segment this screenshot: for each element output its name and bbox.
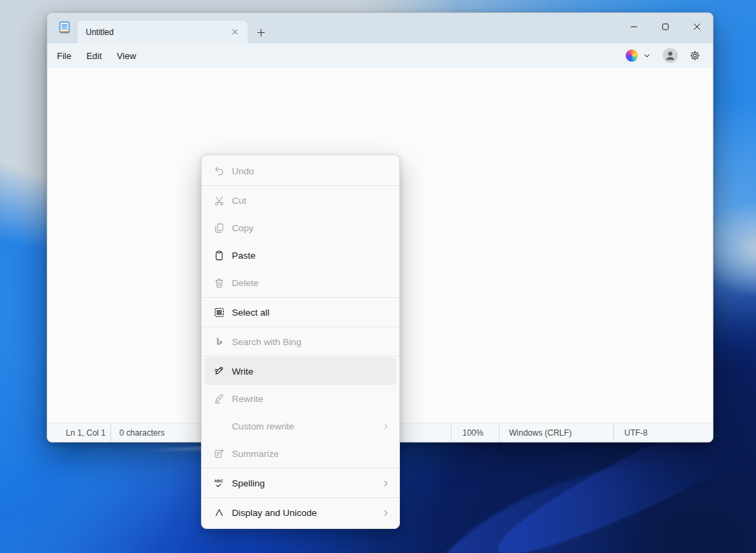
title-bar: Untitled: [47, 13, 713, 43]
zoom-level[interactable]: 100%: [451, 423, 499, 442]
minimize-button[interactable]: [618, 13, 650, 40]
menu-separator: [202, 468, 399, 469]
paste-icon: [213, 250, 225, 261]
status-bar-right: 100% Windows (CRLF) UTF-8: [451, 423, 713, 442]
copilot-button[interactable]: [620, 47, 657, 64]
bing-icon: [213, 336, 225, 348]
copilot-icon: [626, 49, 638, 62]
maximize-button[interactable]: [650, 13, 681, 40]
tab-title: Untitled: [86, 27, 227, 37]
status-bar-left: Ln 1, Col 1 0 characters: [47, 423, 165, 442]
menu-item-copy: Copy: [202, 214, 399, 242]
menu-separator: [202, 497, 399, 498]
spelling-icon: ABC: [213, 478, 225, 489]
menu-item-label: Cut: [232, 196, 391, 206]
delete-icon: [213, 277, 225, 289]
menu-item-label: Copy: [232, 223, 391, 233]
menu-bar-right: [620, 45, 706, 67]
context-menu: UndoCutCopyPasteDeleteSelect allSearch w…: [201, 154, 400, 529]
menubar-item-edit[interactable]: Edit: [80, 47, 108, 64]
display-unicode-icon: [213, 507, 225, 519]
menu-item-paste[interactable]: Paste: [202, 242, 399, 269]
menu-item-display-and-unicode[interactable]: Display and Unicode: [202, 499, 399, 526]
chevron-right-icon: [381, 508, 391, 518]
menu-item-label: Summarize: [232, 449, 391, 459]
copy-icon: [213, 222, 225, 234]
menu-item-label: Rewrite: [232, 394, 391, 404]
menu-item-summarize: Summarize: [202, 440, 399, 467]
menu-bar-items: FileEditView: [49, 47, 143, 64]
notepad-app-icon: [58, 21, 71, 34]
menu-separator: [202, 356, 399, 357]
undo-icon: [213, 165, 225, 177]
account-icon: [662, 47, 678, 64]
menu-item-rewrite: Rewrite: [202, 385, 399, 412]
line-ending[interactable]: Windows (CRLF): [499, 423, 613, 442]
close-button[interactable]: [681, 13, 713, 40]
character-count: 0 characters: [110, 423, 165, 442]
menu-item-label: Search with Bing: [232, 337, 391, 347]
svg-text:ABC: ABC: [214, 478, 224, 483]
desktop: { "window": { "tab": { "title": "Untitle…: [0, 0, 756, 553]
select-all-icon: [213, 307, 225, 318]
new-tab-plus-icon[interactable]: [253, 25, 268, 40]
menubar-item-view[interactable]: View: [110, 47, 142, 64]
gear-icon: [689, 49, 701, 62]
menu-separator: [202, 297, 399, 298]
cursor-position: Ln 1, Col 1: [66, 423, 110, 442]
encoding[interactable]: UTF-8: [613, 423, 713, 442]
menu-item-label: Custom rewrite: [232, 421, 381, 432]
cut-icon: [213, 195, 225, 207]
chevron-right-icon: [381, 478, 391, 489]
menu-item-label: Spelling: [232, 478, 381, 489]
menubar-item-label: View: [117, 51, 136, 61]
account-button[interactable]: [661, 46, 680, 65]
menu-item-cut: Cut: [202, 187, 399, 214]
menu-item-label: Write: [232, 366, 388, 377]
menu-item-write[interactable]: Write: [204, 357, 397, 385]
menu-bar: FileEditView: [47, 43, 713, 68]
menu-item-search-with-bing: Search with Bing: [202, 328, 399, 355]
rewrite-icon: [213, 393, 225, 405]
menu-item-label: Undo: [232, 166, 391, 176]
menu-item-label: Select all: [232, 307, 391, 318]
menubar-item-label: Edit: [86, 51, 102, 61]
menubar-item-label: File: [57, 51, 71, 61]
menubar-item-file[interactable]: File: [51, 47, 78, 64]
menu-item-label: Paste: [232, 250, 391, 261]
no-icon: [213, 421, 225, 432]
summarize-icon: [213, 448, 225, 460]
menu-item-undo: Undo: [202, 157, 399, 185]
menu-item-label: Display and Unicode: [232, 508, 381, 518]
menu-separator: [202, 327, 399, 327]
settings-button[interactable]: [684, 45, 706, 67]
chevron-down-icon: [643, 51, 651, 60]
menu-separator: [202, 185, 399, 186]
menu-item-spelling[interactable]: ABCSpelling: [202, 469, 399, 497]
chevron-right-icon: [381, 421, 391, 432]
window-controls: [618, 13, 713, 40]
menu-item-custom-rewrite: Custom rewrite: [202, 412, 399, 440]
tab-untitled[interactable]: Untitled: [78, 21, 248, 43]
write-icon: [213, 366, 225, 377]
menu-item-delete: Delete: [202, 269, 399, 296]
menu-item-select-all[interactable]: Select all: [202, 298, 399, 326]
tab-close-icon[interactable]: [227, 25, 242, 40]
menu-item-label: Delete: [232, 278, 391, 288]
